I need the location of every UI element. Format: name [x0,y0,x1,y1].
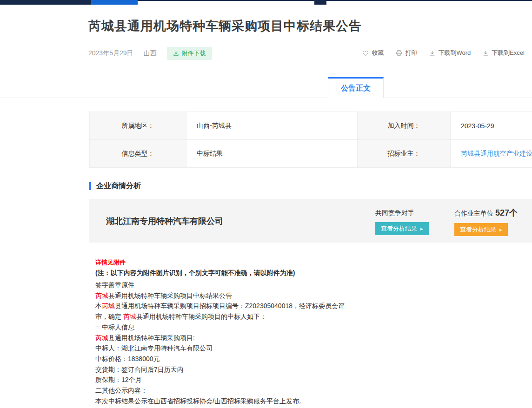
content-line: 交货期：签订合同后7日历天内 [95,364,449,375]
attachment-download-button[interactable]: 附件下载 [167,47,212,60]
highlighted-text: 芮城 [95,334,108,342]
tab-announcement-body[interactable]: 公告正文 [328,77,384,98]
region-label: 山西 [144,49,157,58]
info-label-join-time: 加入时间： [358,112,451,140]
print-button[interactable]: 打印 [396,49,417,57]
info-table: 所属地区： 山西-芮城县 加入时间： 2023-05-29 信息类型： 中标结果… [89,112,532,168]
content-line: 签字盖章原件 [95,280,449,290]
view-partner-analysis-button[interactable]: 查看分析结果 ▸ [454,223,508,236]
text: 一中标人信息 [95,323,134,331]
view-competitor-analysis-label: 查看分析结果 [381,224,417,233]
partner-block: 合作业主单位527个 查看分析结果 ▸ [454,207,518,236]
meta-row: 2023年5月29日 山西 附件下载 [88,47,212,60]
text: 县通用机场特种车辆采购项目的中标人如下： [136,313,266,320]
text: 县通用机场特种车辆采购项目中标结果公告 [108,292,232,299]
page-title: 芮城县通用机场特种车辆采购项目中标结果公告 [88,18,362,34]
arrow-right-icon: ▸ [420,226,423,232]
top-bar [0,0,532,5]
info-label-info-type: 信息类型： [90,140,186,168]
section-accent-bar [89,182,91,190]
action-bar: 收藏 打印 下载到Word 下载到Excel [362,49,525,57]
favorite-button[interactable]: 收藏 [362,49,384,57]
download-icon [173,51,179,57]
printer-icon [396,50,402,56]
highlighted-text: 芮城 [95,292,108,299]
content-line: 本芮城县通用机场特种车辆采购项目招标项目编号：Z202305040018，经评标… [95,301,449,311]
content-line: 芮城县通用机场特种车辆采购项目: [95,333,449,343]
text: 签字盖章原件 [95,281,134,289]
download-word-button[interactable]: 下载到Word [429,49,471,57]
publish-date: 2023年5月29日 [88,49,133,58]
content-line: 审，确定 芮城县通用机场特种车辆采购项目的中标人如下： [95,311,449,322]
announcement-content: 详情见附件 (注：以下内容为附件图片识别，个别文字可能不准确，请以附件为准) 签… [95,258,449,406]
favorite-label: 收藏 [372,49,384,57]
content-line: 中标价格：1838000元 [95,354,449,364]
partner-label: 合作业主单位527个 [454,207,518,218]
content-line: 芮城县通用机场特种车辆采购项目中标结果公告 [95,290,449,301]
info-label-tender-owner: 招标业主： [358,140,451,168]
text: 中标价格：1838000元 [95,355,160,362]
download-excel-button[interactable]: 下载到Excel [483,49,525,57]
topbar-segment-dark [0,0,91,5]
tab-label: 公告正文 [341,84,371,92]
text: 交货期：签订合同后7日历天内 [95,366,184,373]
text: 二其他公示内容： [95,387,147,394]
content-line: 质保期：12个月 [95,375,449,385]
text: 县通用机场特种车辆采购项目招标项目编号：Z202305040018，经评标委员会… [115,302,345,309]
competitor-label: 共同竞争对手 [375,209,429,217]
info-label-region: 所属地区： [90,112,186,140]
content-line: 二其他公示内容： [95,385,449,396]
partner-count: 527个 [495,208,518,217]
section-header: 企业商情分析 [89,181,141,191]
print-label: 打印 [405,49,417,57]
content-line: 本次中标结果公示在山西省招标投标协会/山西招标采购服务平台上发布。 [95,396,449,407]
recognition-note: (注：以下内容为附件图片识别，个别文字可能不准确，请以附件为准) [95,269,449,280]
info-value-region: 山西-芮城县 [186,112,358,140]
competitor-block: 共同竞争对手 查看分析结果 ▸ [375,209,429,235]
section-title: 企业商情分析 [96,181,141,191]
content-line: 一中标人信息 [95,322,449,333]
analysis-panel: 湖北江南专用特种汽车有限公司 共同竞争对手 查看分析结果 ▸ 合作业主单位527… [89,199,532,243]
partner-label-text: 合作业主单位 [454,210,493,217]
download-excel-label: 下载到Excel [492,49,525,57]
heart-icon [362,50,369,56]
highlighted-text: 芮城 [123,313,136,320]
download-icon [483,50,489,56]
tab-divider [0,98,532,98]
company-name: 湖北江南专用特种汽车有限公司 [106,216,223,227]
text: 本次中标结果公示在山西省招标投标协会/山西招标采购服务平台上发布。 [95,397,306,405]
text: 中标人：湖北江南专用特种汽车有限公司 [95,344,213,352]
topbar-segment-dark-2 [314,0,326,5]
topbar-segment-blue [91,0,138,5]
view-competitor-analysis-button[interactable]: 查看分析结果 ▸ [375,222,429,235]
info-value-tender-owner-link[interactable]: 芮城县通用航空产业建设发 [451,140,532,168]
view-partner-analysis-label: 查看分析结果 [460,225,496,234]
content-line: 中标人：湖北江南专用特种汽车有限公司 [95,343,449,354]
download-icon [429,50,435,56]
text: 质保期：12个月 [95,376,142,383]
text: 审，确定 [95,313,123,320]
info-value-join-time: 2023-05-29 [451,112,532,140]
detail-notice: 详情见附件 [95,258,449,269]
highlighted-text: 芮城 [102,302,115,309]
download-word-label: 下载到Word [438,49,471,57]
text: 县通用机场特种车辆采购项目: [108,334,195,342]
arrow-right-icon: ▸ [499,227,502,233]
text: 本 [95,302,102,309]
info-value-info-type: 中标结果 [186,140,358,168]
attachment-download-label: 附件下载 [182,49,206,58]
content-lines: 签字盖章原件芮城县通用机场特种车辆采购项目中标结果公告本芮城县通用机场特种车辆采… [95,280,449,406]
